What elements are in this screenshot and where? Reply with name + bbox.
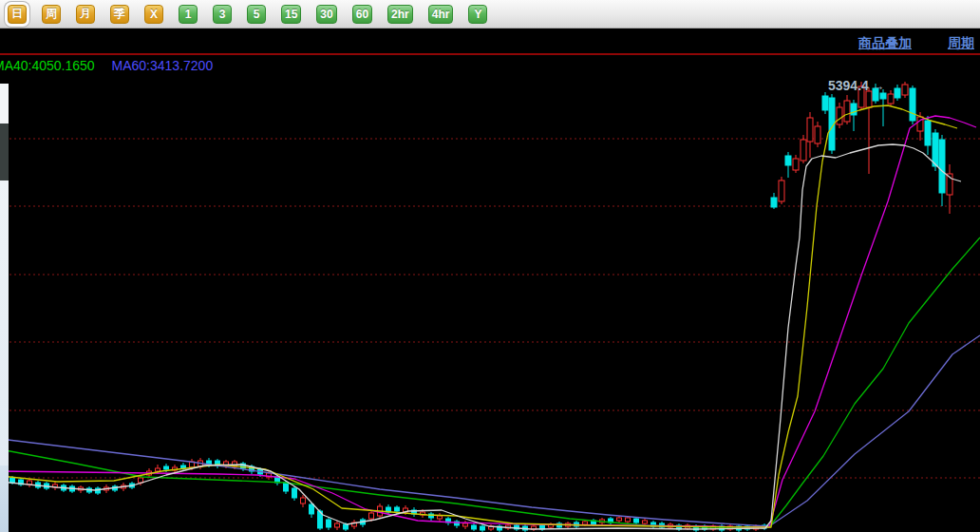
period-button-5[interactable]: 5 [247, 5, 266, 24]
period-button-30[interactable]: 30 [316, 5, 336, 24]
period-button-季[interactable]: 季 [110, 5, 129, 24]
candlestick-chart[interactable] [0, 28, 980, 532]
edge-segment [0, 180, 9, 466]
period-button-日[interactable]: 日 [8, 5, 27, 24]
period-button-X[interactable]: X [144, 5, 163, 24]
period-button-3[interactable]: 3 [213, 5, 232, 24]
edge-segment [0, 84, 9, 124]
ma-magenta-line [0, 116, 976, 527]
ma-blue-line [0, 335, 980, 526]
period-button-Y[interactable]: Y [468, 5, 487, 24]
peak-price-annotation: 5394.4 → [828, 78, 885, 93]
peak-price-label: 5394.4 [828, 78, 869, 93]
period-button-4hr[interactable]: 4hr [428, 5, 454, 24]
period-toolbar: 日周月季X1351530602hr4hrY [0, 0, 980, 28]
edge-segment [0, 124, 9, 180]
period-button-月[interactable]: 月 [76, 5, 95, 24]
period-button-60[interactable]: 60 [352, 5, 372, 24]
ma-green-line [0, 238, 980, 527]
period-button-周[interactable]: 周 [42, 5, 61, 24]
ma-yellow-line [0, 105, 957, 527]
period-button-1[interactable]: 1 [179, 5, 198, 24]
right-arrow-icon: → [872, 78, 885, 93]
background-window-edge [0, 84, 9, 532]
edge-segment [0, 466, 9, 532]
period-button-2hr[interactable]: 2hr [387, 5, 413, 24]
chart-pane: 商品叠加 周期 MA40:4050.1650 MA60:3413.7200 53… [0, 28, 980, 532]
period-button-15[interactable]: 15 [281, 5, 301, 24]
